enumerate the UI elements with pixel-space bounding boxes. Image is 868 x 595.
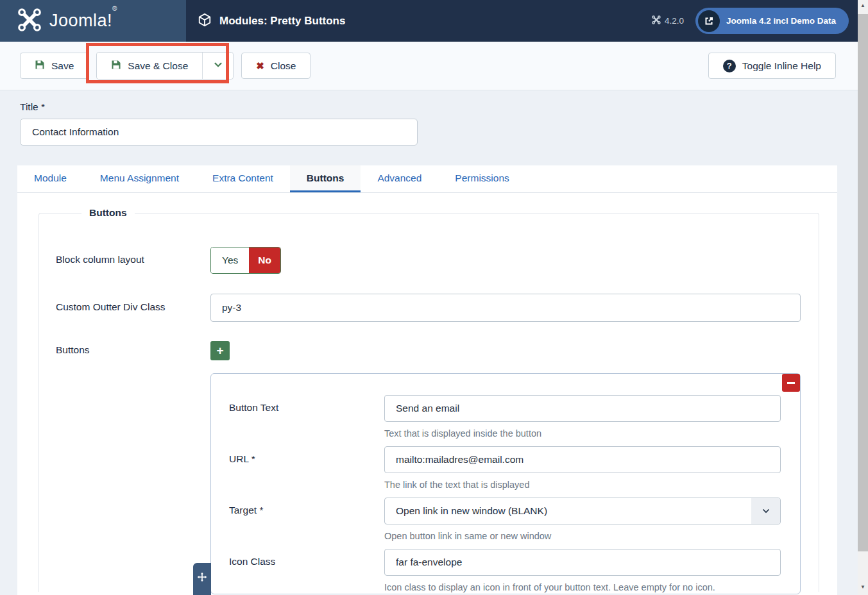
buttons-fieldset-legend: Buttons xyxy=(81,207,135,219)
subform-drag-handle[interactable] xyxy=(193,563,211,595)
icon-class-input[interactable] xyxy=(384,549,781,576)
save-button[interactable]: Save xyxy=(20,53,89,79)
url-input[interactable] xyxy=(384,446,781,473)
question-circle-icon: ? xyxy=(723,60,736,72)
button-subform-panel: Button Text Text that is displayed insid… xyxy=(210,373,801,594)
app-header: Joomla!® Modules: Pretty Buttons xyxy=(0,0,868,42)
tab-extra-content[interactable]: Extra Content xyxy=(196,165,290,192)
toggle-inline-help-label: Toggle Inline Help xyxy=(742,60,821,72)
buttons-fieldset: Buttons Block column layout Yes No Custo… xyxy=(38,207,819,592)
module-edit-card: Module Menu Assignment Extra Content But… xyxy=(17,165,837,595)
joomla-logo-text: Joomla!® xyxy=(49,11,117,31)
block-column-layout-label: Block column layout xyxy=(56,247,210,265)
block-column-no-option[interactable]: No xyxy=(249,247,280,273)
close-button[interactable]: ✖ Close xyxy=(241,53,311,79)
plus-icon: + xyxy=(216,342,223,360)
arrows-move-icon xyxy=(197,572,207,582)
save-options-dropdown-toggle[interactable] xyxy=(202,53,233,79)
scroll-down-arrow[interactable]: ▼ xyxy=(858,584,868,590)
custom-outer-div-row: Custom Outter Div Class xyxy=(56,294,819,322)
tab-menu-assignment[interactable]: Menu Assignment xyxy=(83,165,196,192)
tab-permissions[interactable]: Permissions xyxy=(438,165,525,192)
block-column-yes-option[interactable]: Yes xyxy=(211,247,249,273)
remove-button-row-button[interactable] xyxy=(782,374,800,392)
title-field-area: Title * xyxy=(0,90,868,146)
vertical-scrollbar[interactable]: ▲ ▼ xyxy=(858,0,868,595)
target-row: Target * Open link in new window (BLANK) xyxy=(229,498,800,541)
block-column-layout-row: Block column layout Yes No xyxy=(56,247,819,274)
joomla-mini-icon xyxy=(652,15,661,26)
icon-class-row: Icon Class Icon class to display an icon… xyxy=(229,549,800,592)
tab-advanced[interactable]: Advanced xyxy=(361,165,438,192)
external-link-icon xyxy=(698,10,720,32)
save-close-floppy-icon xyxy=(111,60,121,72)
scroll-up-arrow[interactable]: ▲ xyxy=(858,3,868,8)
joomla-logo-icon xyxy=(17,8,42,35)
save-label: Save xyxy=(51,60,74,72)
tab-bar: Module Menu Assignment Extra Content But… xyxy=(17,165,837,193)
joomla-logo-block[interactable]: Joomla!® xyxy=(0,0,186,42)
url-help: The link of the text that is displayed xyxy=(384,480,781,490)
page-title: Modules: Pretty Buttons xyxy=(219,15,345,28)
joomla-version: 4.2.0 xyxy=(652,15,684,26)
save-floppy-icon xyxy=(35,60,45,72)
block-column-layout-switch: Yes No xyxy=(210,247,281,274)
target-selected-value: Open link in new window (BLANK) xyxy=(384,498,781,524)
tab-module[interactable]: Module xyxy=(17,165,83,192)
chevron-down-icon xyxy=(212,59,224,72)
icon-class-help: Icon class to display an icon in front o… xyxy=(384,582,781,592)
custom-outer-div-label: Custom Outter Div Class xyxy=(56,294,210,313)
custom-outer-div-input[interactable] xyxy=(210,294,801,322)
target-label: Target * xyxy=(229,498,384,541)
title-input[interactable] xyxy=(20,119,418,146)
close-label: Close xyxy=(271,60,296,72)
title-label: Title * xyxy=(20,101,45,112)
buttons-repeatable-row: Buttons + Button Text Text that is xyxy=(56,341,819,594)
select-chevron-cap xyxy=(751,498,780,524)
button-text-input[interactable] xyxy=(384,395,781,422)
version-number: 4.2.0 xyxy=(665,16,684,26)
toggle-inline-help-button[interactable]: ? Toggle Inline Help xyxy=(708,53,836,79)
target-select[interactable]: Open link in new window (BLANK) xyxy=(384,498,781,524)
url-label: URL * xyxy=(229,446,384,490)
target-help: Open button link in same or new window xyxy=(384,531,781,541)
button-text-label: Button Text xyxy=(229,395,384,439)
view-site-label: Joomla 4.2 incl Demo Data xyxy=(726,16,836,26)
button-text-row: Button Text Text that is displayed insid… xyxy=(229,395,800,439)
icon-class-label: Icon Class xyxy=(229,549,384,592)
close-x-icon: ✖ xyxy=(256,60,264,72)
chevron-down-icon xyxy=(761,506,771,516)
button-text-help: Text that is displayed inside the button xyxy=(384,428,781,439)
minus-icon xyxy=(787,382,795,384)
url-row: URL * The link of the text that is displ… xyxy=(229,446,800,490)
save-and-close-button[interactable]: Save & Close xyxy=(97,53,202,79)
tab-buttons[interactable]: Buttons xyxy=(290,165,361,192)
save-close-group: Save & Close xyxy=(96,52,234,80)
add-button-row-button[interactable]: + xyxy=(210,341,230,360)
save-and-close-label: Save & Close xyxy=(128,60,188,72)
buttons-field-label: Buttons xyxy=(56,341,210,356)
toolbar: Save Save & Close ✖ Close xyxy=(0,42,868,90)
view-site-button[interactable]: Joomla 4.2 incl Demo Data xyxy=(695,8,849,34)
scrollbar-thumb[interactable] xyxy=(858,14,868,551)
header-title-bar: Modules: Pretty Buttons 4.2.0 xyxy=(186,0,868,42)
module-cube-icon xyxy=(198,13,212,29)
